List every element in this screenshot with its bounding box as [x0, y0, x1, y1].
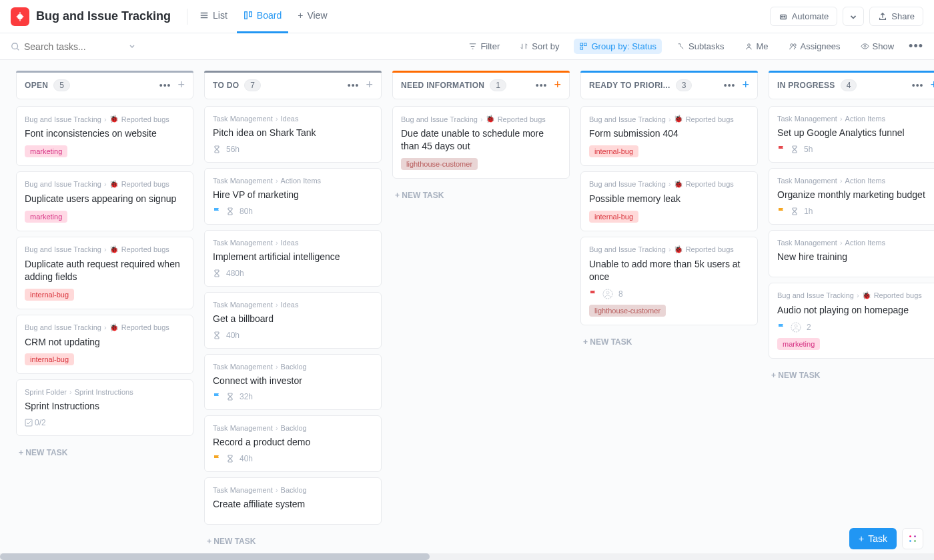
task-card[interactable]: Task Management › Action Items Hire VP o…: [204, 168, 382, 225]
new-task-button[interactable]: + NEW TASK: [392, 184, 570, 207]
subtasks-button[interactable]: Subtasks: [671, 39, 729, 54]
robot-icon: [779, 12, 788, 21]
task-card[interactable]: Bug and Issue Tracking › 🐞Reported bugs …: [580, 171, 758, 231]
automate-dropdown[interactable]: [843, 7, 864, 26]
show-button[interactable]: Show: [855, 39, 900, 54]
column-options[interactable]: •••: [536, 80, 548, 91]
breadcrumb-parent: Bug and Issue Tracking: [589, 180, 666, 188]
tag[interactable]: lighthouse-customer: [589, 305, 666, 317]
task-card[interactable]: Sprint Folder › Sprint Instructions Spri…: [16, 379, 193, 436]
task-card[interactable]: Task Management › Backlog Record a produ…: [204, 415, 382, 472]
tag[interactable]: internal-bug: [589, 211, 638, 223]
eye-icon: [861, 42, 869, 51]
view-tab-list[interactable]: List: [193, 0, 234, 33]
breadcrumb: Bug and Issue Tracking › 🐞Reported bugs: [25, 323, 185, 332]
svg-rect-7: [580, 43, 583, 46]
add-card-button[interactable]: +: [554, 78, 561, 92]
breadcrumb-list: Reported bugs: [686, 180, 734, 188]
task-card[interactable]: Task Management › Backlog Create affilia…: [204, 477, 382, 525]
task-card[interactable]: Bug and Issue Tracking › 🐞Reported bugs …: [16, 106, 193, 166]
card-title: Organize monthly marketing budget: [777, 189, 934, 201]
bug-icon: 🐞: [109, 323, 119, 332]
new-task-button[interactable]: + NEW TASK: [580, 331, 758, 353]
tag[interactable]: marketing: [25, 211, 67, 223]
task-card[interactable]: Bug and Issue Tracking › 🐞Reported bugs …: [580, 106, 758, 166]
tag[interactable]: internal-bug: [589, 145, 638, 157]
kanban-board: OPEN 5 ••• + Bug and Issue Tracking › 🐞R…: [0, 60, 934, 560]
hourglass-icon: [213, 331, 221, 339]
svg-point-6: [12, 43, 18, 49]
breadcrumb: Bug and Issue Tracking › 🐞Reported bugs: [401, 115, 561, 123]
flag-icon: [213, 207, 221, 215]
task-card[interactable]: Bug and Issue Tracking › 🐞Reported bugs …: [769, 283, 934, 359]
add-card-button[interactable]: +: [930, 78, 934, 92]
hourglass-icon: [226, 393, 234, 401]
column-count: 7: [244, 79, 261, 91]
task-card[interactable]: Bug and Issue Tracking › 🐞Reported bugs …: [392, 106, 570, 179]
filter-button[interactable]: Filter: [463, 39, 505, 54]
automate-button[interactable]: Automate: [770, 7, 838, 26]
task-card[interactable]: Bug and Issue Tracking › 🐞Reported bugs …: [16, 315, 193, 375]
tag[interactable]: internal-bug: [25, 353, 74, 365]
card-title: Record a product demo: [213, 436, 373, 449]
apps-button[interactable]: [902, 528, 923, 549]
new-task-button[interactable]: + NEW TASK: [204, 530, 382, 553]
task-card[interactable]: Bug and Issue Tracking › 🐞Reported bugs …: [16, 237, 193, 309]
column-options[interactable]: •••: [724, 80, 736, 91]
breadcrumb-list: Action Items: [281, 177, 322, 185]
column-options[interactable]: •••: [348, 80, 360, 91]
task-card[interactable]: Bug and Issue Tracking › 🐞Reported bugs …: [16, 171, 193, 231]
assignees-button[interactable]: Assignees: [783, 39, 846, 54]
tag[interactable]: lighthouse-customer: [401, 158, 478, 170]
card-title: Font inconsistencies on website: [25, 127, 185, 140]
flag-icon: [777, 145, 785, 153]
filter-icon: [468, 42, 477, 51]
task-card[interactable]: Task Management › Ideas Get a billboard …: [204, 292, 382, 349]
more-options[interactable]: •••: [909, 39, 923, 53]
new-task-button[interactable]: + NEW TASK: [769, 364, 934, 387]
add-card-button[interactable]: +: [177, 78, 185, 92]
breadcrumb-list: Action Items: [845, 239, 886, 247]
task-card[interactable]: Task Management › Action Items New hire …: [769, 230, 934, 277]
breadcrumb: Task Management › Ideas: [213, 239, 373, 247]
me-button[interactable]: Me: [739, 39, 774, 54]
time-estimate: 32h: [240, 392, 253, 401]
group-by-button[interactable]: Group by: Status: [574, 39, 662, 54]
task-card[interactable]: Task Management › Action Items Organize …: [769, 168, 934, 225]
new-task-button[interactable]: + NEW TASK: [16, 441, 193, 464]
flag-icon: [589, 290, 597, 298]
task-card[interactable]: Task Management › Backlog Connect with i…: [204, 354, 382, 411]
task-card[interactable]: Task Management › Ideas Implement artifi…: [204, 230, 382, 287]
column-header: IN PROGRESS 4 ••• +: [769, 71, 934, 99]
column-options[interactable]: •••: [912, 80, 924, 91]
new-task-fab[interactable]: + Task: [849, 528, 897, 549]
sort-button[interactable]: Sort by: [514, 39, 564, 54]
add-card-button[interactable]: +: [742, 78, 749, 92]
search-dropdown[interactable]: [128, 41, 136, 52]
card-title: Create affiliate system: [213, 498, 373, 511]
tag[interactable]: internal-bug: [25, 289, 74, 301]
chevron-down-icon: [128, 42, 136, 50]
column-options[interactable]: •••: [159, 80, 171, 91]
column-count: 3: [676, 79, 692, 91]
task-card[interactable]: Bug and Issue Tracking › 🐞Reported bugs …: [580, 237, 758, 325]
add-view-button[interactable]: + View: [291, 0, 334, 33]
share-button[interactable]: Share: [869, 7, 923, 26]
assignee-placeholder-icon: [602, 289, 613, 299]
column-title: OPEN: [25, 81, 48, 90]
svg-point-4: [781, 16, 783, 17]
search-input[interactable]: [24, 41, 124, 52]
tag[interactable]: marketing: [25, 145, 67, 157]
h-scrollbar[interactable]: [0, 553, 934, 560]
view-tab-board[interactable]: Board: [237, 0, 288, 33]
add-card-button[interactable]: +: [366, 78, 373, 92]
bug-icon: 🐞: [109, 115, 119, 123]
task-card[interactable]: Task Management › Ideas Pitch idea on Sh…: [204, 106, 382, 163]
breadcrumb-parent: Task Management: [213, 177, 273, 185]
column-count: 4: [841, 79, 857, 91]
task-card[interactable]: Task Management › Action Items Set up Go…: [769, 106, 934, 163]
card-title: Implement artificial intelligence: [213, 251, 373, 263]
breadcrumb-list: Reported bugs: [121, 245, 169, 253]
tag[interactable]: marketing: [777, 338, 820, 350]
breadcrumb-list: Backlog: [281, 424, 307, 432]
